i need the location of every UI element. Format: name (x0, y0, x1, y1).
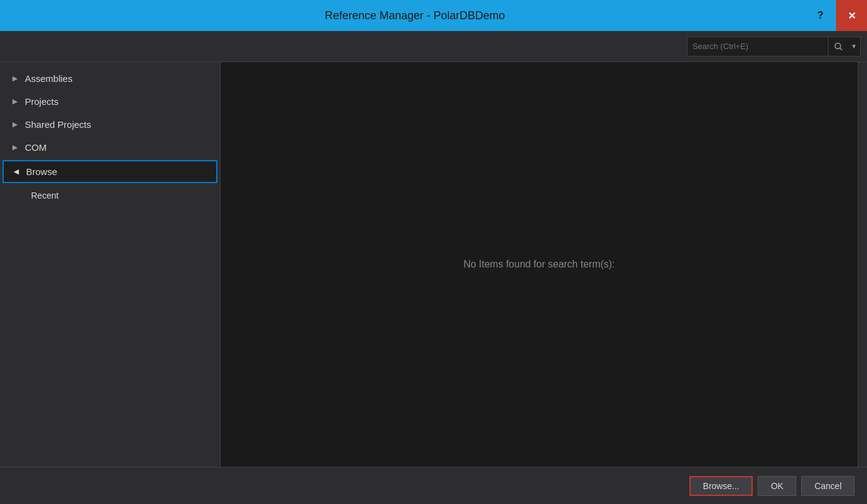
search-input[interactable] (688, 37, 828, 56)
search-box: ▼ (687, 37, 861, 56)
title-bar-buttons: ? ✕ (805, 0, 867, 31)
browse-label: Browse (26, 166, 57, 177)
ok-button[interactable]: OK (758, 476, 796, 496)
shared-projects-label: Shared Projects (25, 119, 91, 130)
search-dropdown-icon[interactable]: ▼ (848, 37, 860, 56)
recent-label: Recent (31, 191, 58, 200)
content-area: No Items found for search term(s): (220, 62, 858, 467)
close-button[interactable]: ✕ (836, 0, 867, 31)
projects-arrow: ▶ (12, 97, 17, 106)
com-arrow: ▶ (12, 143, 17, 151)
shared-projects-arrow: ▶ (12, 120, 17, 128)
cancel-button[interactable]: Cancel (801, 476, 855, 496)
sidebar-item-projects[interactable]: ▶ Projects (0, 90, 220, 113)
dialog-title: Reference Manager - PolarDBDemo (75, 9, 755, 22)
sidebar-item-assemblies[interactable]: ▶ Assemblies (0, 67, 220, 90)
assemblies-arrow: ▶ (12, 74, 17, 83)
help-button[interactable]: ? (805, 0, 836, 31)
sidebar-item-shared-projects[interactable]: ▶ Shared Projects (0, 113, 220, 136)
projects-label: Projects (25, 96, 58, 107)
title-bar: Reference Manager - PolarDBDemo ? ✕ (0, 0, 867, 31)
browse-button[interactable]: Browse... (689, 476, 753, 496)
sidebar-item-com[interactable]: ▶ COM (0, 136, 220, 159)
empty-message: No Items found for search term(s): (463, 259, 615, 270)
bottom-bar: Browse... OK Cancel (0, 467, 867, 504)
browse-arrow: ◀ (14, 168, 19, 176)
com-label: COM (25, 142, 47, 153)
assemblies-label: Assemblies (25, 73, 73, 84)
svg-point-0 (835, 43, 840, 48)
main-content: ▼ ▶ Assemblies ▶ Projects ▶ Shared Proje… (0, 31, 867, 504)
search-icon[interactable] (828, 37, 848, 56)
sidebar: ▶ Assemblies ▶ Projects ▶ Shared Project… (0, 62, 220, 467)
sidebar-item-browse[interactable]: ◀ Browse (2, 160, 217, 183)
svg-line-1 (840, 48, 842, 50)
body-area: ▶ Assemblies ▶ Projects ▶ Shared Project… (0, 62, 867, 467)
right-scrollbar[interactable] (858, 62, 867, 467)
toolbar: ▼ (0, 31, 867, 62)
sidebar-item-recent[interactable]: Recent (0, 184, 220, 207)
